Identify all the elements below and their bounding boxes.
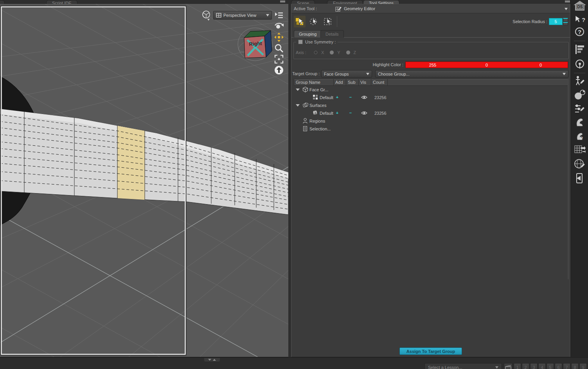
marquee-select-icon[interactable] — [322, 16, 334, 27]
subtract-from-group-button[interactable]: − — [346, 95, 355, 99]
whats-this-icon[interactable]: ? — [571, 15, 588, 24]
facegroup-icon — [313, 94, 318, 100]
highlight-color-swatch[interactable]: 255 0 0 — [405, 62, 568, 68]
draw-style-dropdown-icon[interactable] — [207, 19, 210, 21]
pane-splitter[interactable] — [288, 4, 291, 357]
uv-globe-icon[interactable] — [571, 158, 588, 170]
group-tree: Face Gr... Default + − 23256 — [294, 86, 568, 133]
lesson-step-8[interactable]: 8 — [571, 363, 579, 369]
sidebar-divider — [574, 73, 585, 73]
help-icon[interactable]: ? — [575, 27, 584, 36]
geometry-grid-icon[interactable] — [571, 144, 588, 155]
workspace-tab-script-ide[interactable]: Script IDE — [46, 0, 77, 4]
axis-x-label: X — [321, 50, 324, 55]
subtract-from-group-button[interactable]: − — [346, 110, 355, 115]
chevron-down-icon — [266, 14, 269, 16]
grouping-tab-bar: Grouping Details — [291, 29, 570, 38]
sidebar-divider — [574, 41, 585, 41]
assign-to-target-group-button[interactable]: Assign To Target Group — [399, 347, 462, 355]
tree-row-surfaces[interactable]: Surfaces — [294, 101, 568, 109]
col-sub[interactable]: Sub — [346, 79, 359, 85]
pane-tab-scene[interactable]: Scene — [291, 0, 315, 4]
camera-window-icon — [216, 13, 221, 18]
face-count: 23256 — [374, 111, 387, 116]
lesson-play-icon[interactable] — [504, 363, 512, 369]
group-tree-scrollbar[interactable] — [568, 79, 569, 279]
activity-sidebar: DS ? ? — [570, 0, 588, 357]
selection-radius-input[interactable]: 5 — [549, 18, 563, 25]
shaping-arm-icon[interactable] — [571, 117, 588, 128]
tree-row-regions[interactable]: Regions — [294, 117, 568, 125]
figure-edit-icon[interactable] — [571, 75, 588, 86]
choose-group-dropdown[interactable]: Choose Group... — [375, 70, 568, 78]
tab-details[interactable]: Details — [320, 30, 344, 38]
expander-icon[interactable] — [296, 89, 300, 91]
lesson-step-4[interactable]: 4 — [538, 363, 546, 369]
col-add[interactable]: Add — [334, 79, 346, 85]
frame-camera-icon[interactable] — [273, 54, 284, 64]
col-vis[interactable]: Vis — [359, 79, 371, 85]
lesson-dropdown[interactable]: Select a Lesson... — [424, 363, 502, 369]
lesson-step-7[interactable]: 7 — [563, 363, 570, 369]
col-group-name[interactable]: Group Name — [294, 79, 334, 85]
axis-z-radio[interactable] — [346, 50, 351, 55]
col-count[interactable]: Count — [371, 79, 388, 85]
paint-select-icon[interactable] — [294, 16, 306, 27]
lesson-step-3[interactable]: 3 — [530, 363, 538, 369]
tree-row-selection[interactable]: Selection... — [294, 125, 568, 133]
workspace-tab-strip: uilder Script IDE Scene Environment Tool… — [0, 0, 570, 4]
scene-pane-icon[interactable] — [273, 10, 284, 20]
target-group-dropdown[interactable]: Face Groups — [321, 70, 372, 78]
highlight-color-label: Highlight Color : — [291, 62, 403, 67]
use-symmetry-checkbox[interactable] — [298, 40, 303, 44]
eye-icon[interactable] — [361, 95, 367, 100]
face-count: 23256 — [374, 95, 387, 100]
daz-home-icon[interactable]: DS — [571, 1, 588, 11]
lesson-step-2[interactable]: 2 — [522, 363, 529, 369]
viewport-3d[interactable]: Perspective View — [0, 4, 288, 357]
selection-radius-stepper[interactable] — [563, 18, 568, 25]
chevron-down-icon — [366, 73, 369, 75]
surface-sphere-icon[interactable] — [571, 89, 588, 100]
viewport-pane-menu-icon[interactable] — [280, 1, 285, 2]
axis-x-radio[interactable] — [313, 50, 318, 55]
reset-camera-icon[interactable] — [273, 65, 284, 75]
lesson-step-1[interactable]: 1 — [514, 363, 521, 369]
add-to-group-button[interactable]: + — [333, 95, 342, 99]
lasso-select-icon[interactable] — [308, 16, 320, 27]
active-tool-row: Active Tool : Geometry Editor — [291, 5, 570, 13]
eye-icon[interactable] — [361, 111, 367, 116]
expander-icon[interactable] — [296, 104, 300, 107]
lesson-step-6[interactable]: 6 — [555, 363, 562, 369]
active-tool-dropdown-icon[interactable] — [565, 8, 568, 10]
splitter-grip[interactable] — [204, 358, 220, 362]
tree-row-facegroup-default[interactable]: Default + − 23256 — [294, 94, 568, 101]
pane-dock-icon[interactable] — [571, 44, 588, 55]
zoom-camera-icon[interactable] — [273, 43, 284, 53]
lesson-step-9[interactable]: 9 — [579, 363, 587, 369]
draw-style-button[interactable] — [202, 10, 212, 20]
tree-row-face-groups[interactable]: Face Gr... — [294, 86, 568, 94]
bottom-bar: Select a Lesson... 1 2 3 4 5 6 7 8 9 — [0, 357, 588, 369]
orbit-camera-icon[interactable] — [273, 21, 284, 31]
selected-face-band[interactable] — [117, 126, 145, 200]
posing-arm-icon[interactable]: P — [571, 131, 588, 142]
pose-sliders-icon[interactable] — [571, 103, 588, 114]
add-to-group-button[interactable]: + — [333, 110, 342, 115]
exit-door-icon[interactable] — [571, 172, 588, 184]
tab-grouping[interactable]: Grouping — [294, 30, 322, 38]
pane-tab-tool-settings[interactable]: Tool Settings — [363, 0, 399, 4]
pane-tab-environment[interactable]: Environment — [327, 0, 363, 4]
workspace-tab-builder[interactable]: uilder — [0, 0, 5, 4]
highlight-green-value: 0 — [460, 62, 514, 68]
camera-view-selector[interactable]: Perspective View — [213, 11, 272, 20]
use-symmetry-label: Use Symmetry : — [305, 40, 336, 44]
tree-row-surface-default[interactable]: Default + − 23256 — [294, 109, 568, 117]
target-group-label: Target Group : — [292, 71, 320, 76]
aim-icon[interactable] — [571, 59, 588, 70]
pan-camera-icon[interactable] — [273, 32, 284, 42]
tool-settings-pane-menu-icon[interactable] — [565, 1, 570, 2]
view-cube[interactable]: Right — [235, 24, 276, 65]
axis-y-radio[interactable] — [329, 50, 334, 55]
lesson-step-5[interactable]: 5 — [547, 363, 554, 369]
